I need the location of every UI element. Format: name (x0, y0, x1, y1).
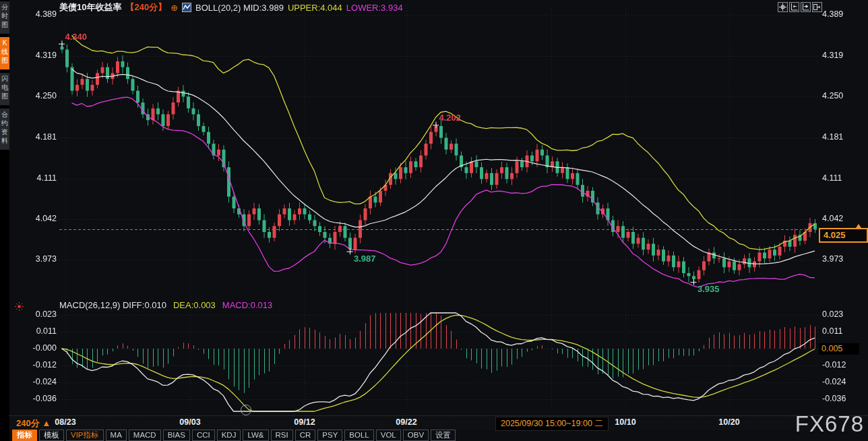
macd-title: MACD(26,12,9) DIFF:0.010 (59, 300, 166, 310)
toolbar-button-rsi[interactable]: RSI (271, 430, 293, 441)
toolbar-button-[interactable]: 指标 (12, 430, 37, 441)
extreme-low-annotation: 3.987 (354, 254, 376, 264)
price-tick-left: 4.250 (26, 91, 57, 100)
x-axis-label: 09/12 (294, 417, 315, 427)
toolbar-button-lw[interactable]: LW& (243, 430, 268, 441)
boll-upper-label: UPPER:4.044 (288, 3, 342, 13)
indicator-toolbar: 指标模板VIP指标MAMACDBIASCCIKDJLW&RSICRPSYBOLL… (12, 430, 456, 441)
chart-type-sidebar: 分时图K线图闪电图合约资料 (0, 0, 9, 441)
toolbar-button-vip[interactable]: VIP指标 (66, 430, 104, 441)
toolbar-button-ma[interactable]: MA (106, 430, 127, 441)
period-selector[interactable]: 240分 ▲ (16, 417, 51, 430)
chart-header: 美债10年收益率 【240分】 ⊕ BOLL(20,2) MID:3.989 U… (59, 2, 403, 13)
macd-dea-label: DEA:0.003 (173, 300, 216, 310)
macd-current-badge: 0.005 (819, 343, 859, 355)
indicator-settings-icon[interactable]: ⊕ (170, 3, 178, 13)
price-tick-left: 3.973 (26, 254, 57, 264)
period-tag: 【240分】 (125, 1, 166, 13)
toolbar-button-obv[interactable]: OBV (403, 430, 429, 441)
chart-window: 分时图K线图闪电图合约资料 美债10年收益率 【240分】 ⊕ BOLL(20,… (0, 0, 868, 441)
price-tick-left: 4.389 (26, 9, 57, 19)
zoom-out-button[interactable] (789, 2, 799, 12)
pan-right-button[interactable] (812, 2, 822, 12)
price-tick-left: 4.042 (26, 214, 57, 223)
crosshair-date-readout: 2025/09/30 15:00~19:00 二 (495, 417, 609, 431)
price-tick-right: 4.319 (822, 51, 853, 60)
symbol-title: 美债10年收益率 (59, 1, 121, 13)
price-tick-right: 3.973 (822, 254, 853, 264)
sidebar-tab-1[interactable]: 分时图 (0, 1, 9, 34)
price-tick-right: 4.111 (822, 173, 853, 183)
toolbar-button-vol[interactable]: VOL (376, 430, 401, 441)
toolbar-button-[interactable]: 模板 (39, 430, 64, 441)
mini-chart-icon (182, 3, 191, 12)
candlestick-macd-canvas[interactable] (0, 0, 868, 441)
sidebar-tab-2[interactable]: K线图 (0, 37, 9, 69)
sidebar-tab-4[interactable]: 合约资料 (0, 109, 9, 150)
x-axis-label: 10/10 (615, 417, 636, 427)
macd-tick-left: 0.023 (26, 310, 57, 319)
boll-label: BOLL(20,2) MID:3.989 (195, 3, 284, 13)
extreme-low-annotation: 3.935 (698, 284, 720, 294)
x-axis-label: 10/20 (718, 417, 739, 427)
toolbar-button-boll[interactable]: BOLL (344, 430, 373, 441)
current-price-badge: 4.025 (819, 228, 868, 243)
macd-tick-right: 0.011 (822, 326, 853, 336)
toolbar-button-psy[interactable]: PSY (317, 430, 342, 441)
boll-lower-label: LOWER:3.934 (346, 3, 403, 13)
toolbar-button-bias[interactable]: BIAS (163, 430, 190, 441)
macd-tick-right: -0.012 (822, 360, 853, 370)
macd-macd-label: MACD:0.013 (222, 300, 272, 310)
x-axis-label: 08/23 (55, 417, 75, 427)
toolbar-button-kdj[interactable]: KDJ (217, 430, 241, 441)
price-tick-right: 4.389 (822, 9, 853, 19)
chart-tool-buttons (778, 2, 822, 12)
price-tick-left: 4.319 (26, 51, 57, 60)
extreme-high-annotation: 4.340 (65, 32, 88, 42)
crosshair-button[interactable] (778, 2, 788, 12)
macd-tick-right: -0.024 (822, 377, 853, 386)
macd-tick-right: -0.036 (822, 394, 853, 403)
macd-tick-left: -0.036 (26, 394, 57, 403)
toolbar-button-cr[interactable]: CR (295, 430, 316, 441)
x-axis-label: 09/03 (179, 417, 200, 427)
watermark: FX678 (795, 411, 864, 437)
x-axis-label: 09/22 (396, 417, 416, 427)
macd-tick-left: -0.024 (26, 377, 57, 386)
macd-tick-left: -0.000 (26, 343, 57, 353)
price-tick-left: 4.181 (26, 132, 57, 142)
price-tick-right: 4.250 (822, 91, 853, 100)
toolbar-button-macd[interactable]: MACD (129, 430, 161, 441)
toolbar-button-[interactable]: 设置 (431, 430, 456, 441)
zoom-in-button[interactable] (801, 2, 811, 12)
price-tick-right: 4.042 (822, 214, 853, 223)
price-tick-left: 4.111 (26, 173, 57, 183)
toolbar-button-cci[interactable]: CCI (192, 430, 215, 441)
alert-blink-icon (15, 301, 24, 314)
x-axis-row: 240分 ▲ 08/2309/0309/1209/2210/1010/20 20… (9, 415, 868, 430)
extreme-high-annotation: 4.202 (439, 113, 462, 123)
sidebar-tab-3[interactable]: 闪电图 (0, 73, 9, 105)
macd-header: MACD(26,12,9) DIFF:0.010 DEA:0.003 MACD:… (59, 300, 272, 310)
macd-tick-left: -0.012 (26, 360, 57, 370)
macd-tick-right: 0.023 (822, 310, 853, 319)
macd-tick-left: 0.011 (26, 326, 57, 336)
price-tick-right: 4.181 (822, 132, 853, 142)
